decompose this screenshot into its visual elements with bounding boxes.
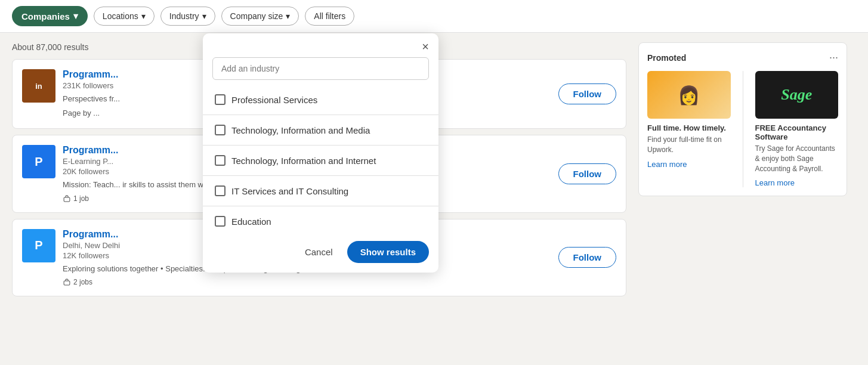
- promoted-item-title: FREE Accountancy Software: [755, 123, 839, 141]
- list-item[interactable]: Education: [203, 209, 438, 234]
- follow-button[interactable]: Follow: [558, 83, 617, 104]
- filter-bar: Companies ▾ Locations ▾ Industry ▾ Compa…: [0, 0, 868, 33]
- company-logo: P: [22, 229, 55, 262]
- industry-list: Professional Services Technology, Inform…: [203, 87, 438, 234]
- promoted-item-desc: Try Sage for Accountants & enjoy both Sa…: [755, 144, 839, 174]
- logo-image: P: [22, 229, 55, 262]
- divider: [203, 145, 438, 146]
- company-logo: P: [22, 145, 55, 178]
- learn-more-link[interactable]: Learn more: [647, 160, 687, 169]
- company-logo: in: [22, 69, 55, 103]
- promoted-image-person: 👩: [647, 71, 731, 119]
- briefcase-icon: [63, 194, 71, 203]
- promoted-item-desc: Find your full-time fit on Upwork.: [647, 135, 731, 155]
- close-button[interactable]: ×: [422, 41, 429, 52]
- close-icon: ×: [422, 40, 429, 53]
- companies-filter-button[interactable]: Companies ▾: [12, 6, 88, 26]
- svg-rect-1: [64, 281, 70, 285]
- company-size-filter-button[interactable]: Company size ▾: [221, 7, 299, 26]
- promoted-item-title: Full time. How timely.: [647, 123, 726, 132]
- divider: [203, 175, 438, 176]
- professional-services-label: Professional Services: [231, 95, 317, 105]
- promoted-card: Promoted ··· 👩 Full time. How timely. Fi…: [638, 42, 847, 196]
- svg-rect-0: [64, 197, 70, 201]
- professional-services-checkbox[interactable]: [215, 94, 226, 105]
- divider: [203, 206, 438, 206]
- divider: [203, 115, 438, 115]
- locations-label: Locations: [103, 11, 138, 21]
- companies-chevron-icon: ▾: [73, 11, 78, 21]
- list-item[interactable]: Technology, Information and Media: [203, 117, 438, 143]
- list-item[interactable]: Professional Services: [203, 87, 438, 112]
- it-services-checkbox[interactable]: [215, 185, 226, 196]
- briefcase-icon: [63, 278, 71, 286]
- jobs-count: 1 job: [73, 194, 89, 203]
- it-services-label: IT Services and IT Consulting: [231, 186, 348, 196]
- company-jobs: 2 jobs: [63, 278, 551, 286]
- follow-button[interactable]: Follow: [558, 247, 617, 268]
- industry-dropdown: × Professional Services Technology, Info…: [203, 33, 438, 273]
- promoted-image-sage: Sage: [755, 71, 839, 119]
- promoted-title: Promoted: [647, 53, 686, 63]
- tech-info-media-label: Technology, Information and Media: [231, 125, 370, 135]
- education-checkbox[interactable]: [215, 216, 226, 227]
- vertical-divider: [743, 71, 743, 187]
- jobs-count: 2 jobs: [73, 278, 92, 286]
- company-size-label: Company size: [230, 11, 283, 21]
- promoted-items: 👩 Full time. How timely. Find your full-…: [647, 71, 838, 187]
- learn-more-link[interactable]: Learn more: [755, 178, 795, 187]
- logo-image: P: [22, 145, 55, 178]
- promoted-item: 👩 Full time. How timely. Find your full-…: [647, 71, 731, 187]
- education-label: Education: [231, 216, 271, 227]
- follow-button[interactable]: Follow: [558, 163, 617, 184]
- more-options-icon[interactable]: ···: [829, 51, 838, 64]
- logo-image: in: [22, 69, 55, 103]
- list-item[interactable]: IT Services and IT Consulting: [203, 178, 438, 203]
- promoted-item: Sage FREE Accountancy Software Try Sage …: [755, 71, 839, 187]
- industry-chevron-icon: ▾: [202, 11, 206, 21]
- all-filters-label: All filters: [314, 11, 345, 21]
- tech-info-media-checkbox[interactable]: [215, 125, 226, 135]
- promoted-panel: Promoted ··· 👩 Full time. How timely. Fi…: [638, 42, 847, 302]
- industry-search-input[interactable]: [212, 57, 429, 80]
- dropdown-footer: Cancel Show results: [203, 234, 438, 263]
- promoted-header: Promoted ···: [647, 51, 838, 64]
- industry-label: Industry: [169, 11, 199, 21]
- dropdown-header: ×: [203, 33, 438, 57]
- cancel-button[interactable]: Cancel: [296, 241, 341, 263]
- companies-label: Companies: [21, 11, 70, 21]
- tech-info-internet-checkbox[interactable]: [215, 155, 226, 166]
- tech-info-internet-label: Technology, Information and Internet: [231, 156, 376, 166]
- company-size-chevron-icon: ▾: [286, 11, 290, 21]
- show-results-button[interactable]: Show results: [347, 241, 429, 263]
- list-item[interactable]: Technology, Information and Internet: [203, 148, 438, 173]
- all-filters-button[interactable]: All filters: [305, 7, 354, 26]
- locations-chevron-icon: ▾: [141, 11, 146, 21]
- locations-filter-button[interactable]: Locations ▾: [94, 7, 155, 26]
- industry-filter-button[interactable]: Industry ▾: [160, 7, 215, 26]
